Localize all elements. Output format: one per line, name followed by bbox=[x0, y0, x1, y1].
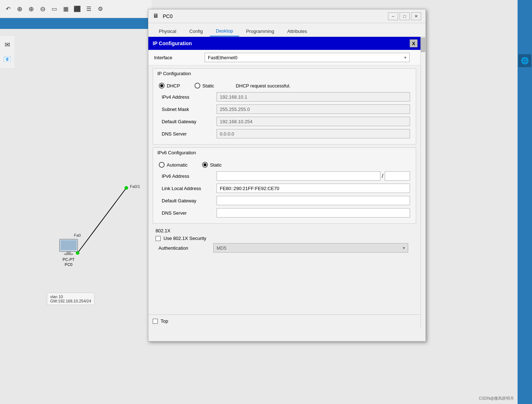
zoom-out-icon[interactable]: ⊖ bbox=[38, 4, 48, 14]
ipv6-section-title: IPv6 Configuration bbox=[153, 148, 416, 157]
fa0-label: Fa0 bbox=[74, 233, 81, 237]
pc-label1: PC-PT bbox=[63, 257, 75, 262]
link-local-label: Link Local Address bbox=[159, 186, 217, 191]
ipv4-address-input[interactable] bbox=[217, 92, 410, 102]
dhcp-radio[interactable]: DHCP bbox=[159, 83, 180, 89]
info-box: vlan 10 GW:192.168.10.254/24 bbox=[47, 293, 95, 305]
maximize-button[interactable]: □ bbox=[400, 12, 410, 20]
ip-config-close-button[interactable]: X bbox=[410, 39, 418, 47]
watermark: CSDN@微风辞明月 bbox=[479, 396, 514, 401]
ipv6-section: IPv6 Configuration Automatic Static bbox=[153, 147, 416, 224]
subnet-mask-label: Subnet Mask bbox=[159, 107, 217, 112]
ipv6-address-label: IPv6 Address bbox=[159, 173, 217, 179]
ipv6-address-input-group: / bbox=[217, 171, 410, 181]
default-gateway-row-ipv6: Default Gateway bbox=[159, 194, 410, 207]
network-icon[interactable]: 🌐 bbox=[518, 54, 531, 67]
static-radio-label: Static bbox=[202, 83, 214, 89]
auth-label: Authentication bbox=[156, 245, 213, 251]
interface-select[interactable]: FastEthernet0 bbox=[205, 53, 410, 62]
radio-row-ipv4: DHCP Static DHCP request successful. bbox=[159, 81, 410, 91]
close-button[interactable]: ✕ bbox=[411, 12, 421, 20]
info-line2: GW:192.168.10.254/24 bbox=[50, 299, 91, 303]
auth-select[interactable]: MD5 bbox=[213, 243, 408, 253]
link-local-input[interactable] bbox=[217, 184, 410, 193]
scrollbar-track[interactable] bbox=[420, 37, 426, 327]
pc-label2: PC0 bbox=[65, 262, 72, 267]
radio-row-ipv6: Automatic Static bbox=[159, 160, 410, 170]
tab-desktop[interactable]: Desktop bbox=[210, 26, 239, 36]
dns-server-input-ipv4[interactable] bbox=[217, 129, 410, 138]
static-radio-circle bbox=[195, 83, 200, 89]
top-label: Top bbox=[161, 318, 168, 324]
ipv4-address-row: IPv4 Address bbox=[159, 91, 410, 103]
ip-config-title: IP Configuration bbox=[153, 40, 192, 46]
dialog-title-icon: 🖥 bbox=[153, 13, 160, 20]
ip-config-header: IP Configuration X bbox=[148, 37, 420, 50]
use-8021x-row: Use 802.1X Security bbox=[156, 236, 413, 241]
static-radio-circle-ipv6 bbox=[202, 162, 208, 168]
minimize-button[interactable]: – bbox=[388, 12, 398, 20]
rect-icon[interactable]: ▭ bbox=[49, 4, 59, 14]
subnet-mask-row: Subnet Mask bbox=[159, 103, 410, 115]
device-icon[interactable]: ⬛ bbox=[72, 4, 82, 14]
dns-server-label-ipv4: DNS Server bbox=[159, 131, 217, 137]
pc-svg-icon bbox=[58, 238, 79, 257]
ipv6-address-input[interactable] bbox=[217, 171, 380, 181]
ipv4-section: IP Configuration DHCP Static DHCP reques… bbox=[153, 68, 416, 145]
ipv6-prefix-input[interactable] bbox=[385, 171, 410, 181]
top-checkbox[interactable] bbox=[153, 319, 158, 324]
svg-rect-5 bbox=[67, 252, 70, 254]
dialog-titlebar: 🖥 PC0 – □ ✕ bbox=[148, 9, 426, 23]
info-line1: vlan 10 bbox=[50, 295, 91, 299]
tabs-bar: Physical Config Desktop Programming Attr… bbox=[148, 23, 426, 37]
svg-rect-4 bbox=[61, 240, 77, 250]
dhcp-radio-circle bbox=[159, 83, 165, 89]
pc-node[interactable]: PC-PT PC0 bbox=[58, 238, 79, 267]
static-radio-ipv6[interactable]: Static bbox=[202, 162, 222, 168]
static-radio[interactable]: Static bbox=[195, 83, 214, 89]
automatic-radio-label: Automatic bbox=[167, 162, 188, 168]
ipv4-section-content: DHCP Static DHCP request successful. IPv… bbox=[153, 78, 416, 144]
subnet-mask-input[interactable] bbox=[217, 104, 410, 114]
default-gateway-input-ipv6[interactable] bbox=[217, 196, 410, 205]
tab-physical[interactable]: Physical bbox=[153, 26, 182, 36]
ipv4-section-title: IP Configuration bbox=[153, 69, 416, 78]
8021x-title: 802.1X bbox=[156, 228, 413, 233]
default-gateway-row-ipv4: Default Gateway bbox=[159, 115, 410, 128]
grid-icon[interactable]: ▦ bbox=[61, 4, 71, 14]
connection-line bbox=[14, 29, 152, 372]
undo-icon[interactable]: ↶ bbox=[3, 4, 13, 14]
settings-icon[interactable]: ⚙ bbox=[95, 4, 105, 14]
tab-programming[interactable]: Programming bbox=[240, 26, 280, 36]
svg-point-2 bbox=[125, 186, 128, 190]
default-gateway-label-ipv6: Default Gateway bbox=[159, 198, 217, 203]
envelope-icon[interactable]: ✉ bbox=[1, 39, 13, 51]
top-checkbox-row: Top bbox=[153, 318, 168, 324]
dialog-scroll-area[interactable]: IP Configuration X Interface FastEtherne… bbox=[148, 37, 426, 314]
tab-attributes[interactable]: Attributes bbox=[281, 26, 313, 36]
dns-server-input-ipv6[interactable] bbox=[217, 208, 410, 218]
dialog-controls: – □ ✕ bbox=[388, 12, 421, 20]
interface-row: Interface FastEthernet0 bbox=[148, 50, 420, 65]
scrollbar-thumb[interactable] bbox=[421, 38, 425, 52]
zoom-in-icon[interactable]: ⊕ bbox=[14, 4, 25, 14]
blue-banner bbox=[0, 18, 152, 29]
section-8021x: 802.1X Use 802.1X Security Authenticatio… bbox=[153, 227, 416, 254]
fa01-label: Fa0/1 bbox=[130, 184, 140, 189]
auth-row: Authentication MD5 bbox=[156, 243, 413, 253]
left-icons: ✉ 📧 bbox=[0, 36, 14, 68]
default-gateway-label-ipv4: Default Gateway bbox=[159, 119, 217, 124]
dns-server-row-ipv6: DNS Server bbox=[159, 207, 410, 219]
svg-line-0 bbox=[78, 188, 126, 253]
diagram-area: Fa0 Fa0/1 PC-PT PC0 vlan 10 GW:192.168.1… bbox=[14, 29, 152, 372]
list-icon[interactable]: ☰ bbox=[84, 4, 94, 14]
dhcp-radio-label: DHCP bbox=[167, 83, 180, 89]
envelope2-icon[interactable]: 📧 bbox=[1, 53, 13, 65]
ipv6-address-row: IPv6 Address / bbox=[159, 170, 410, 182]
use-8021x-checkbox[interactable] bbox=[156, 236, 161, 241]
default-gateway-input-ipv4[interactable] bbox=[217, 117, 410, 126]
dialog-window: 🖥 PC0 – □ ✕ Physical Config Desktop Prog… bbox=[148, 9, 426, 341]
tab-config[interactable]: Config bbox=[183, 26, 209, 36]
automatic-radio[interactable]: Automatic bbox=[159, 162, 188, 168]
zoom-reset-icon[interactable]: ⊕ bbox=[26, 4, 36, 14]
